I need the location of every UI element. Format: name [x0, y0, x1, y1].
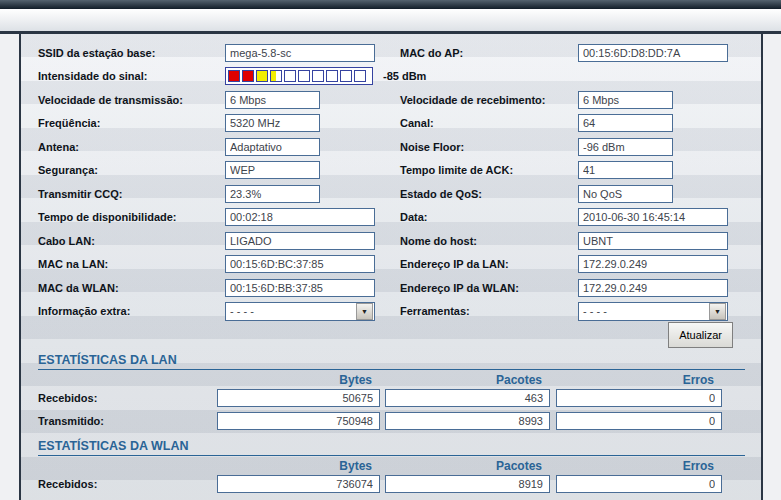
wlan-mac-field[interactable]	[225, 279, 375, 297]
label-uptime: Tempo de disponibilidade:	[21, 211, 225, 223]
qos-status-field[interactable]	[578, 185, 673, 203]
wlan-header-packets: Pacotes	[385, 459, 550, 473]
label-frequency: Freqüência:	[21, 117, 225, 129]
wlan-header-errors: Erros	[556, 459, 722, 473]
uptime-field[interactable]	[225, 208, 375, 226]
lan-received-row: Recebidos:	[21, 387, 761, 410]
base-ssid-field[interactable]	[225, 44, 375, 62]
label-tools: Ferramentas:	[400, 305, 578, 317]
signal-bar-full-yellow	[256, 70, 268, 82]
label-ack-timeout: Tempo limite de ACK:	[400, 164, 578, 176]
form-row-lancable-host: Cabo LAN: Nome do host:	[21, 229, 761, 253]
form-row-antenna-noise: Antena: Noise Floor:	[21, 135, 761, 159]
ap-mac-field[interactable]	[578, 44, 728, 62]
wlan-received-row: Recebidos:	[21, 473, 761, 496]
wlan-received-label: Recebidos:	[21, 478, 217, 490]
signal-dbm-value: -85 dBm	[383, 70, 426, 82]
label-extra-info: Informação extra:	[21, 305, 225, 317]
wlan-ip-field[interactable]	[578, 279, 728, 297]
lan-received-errors[interactable]	[556, 389, 722, 407]
label-wlan-mac: MAC da WLAN:	[21, 282, 225, 294]
label-channel: Canal:	[400, 117, 578, 129]
noise-floor-field[interactable]	[578, 138, 673, 156]
signal-bar-empty	[340, 70, 352, 82]
lan-transmitted-errors[interactable]	[556, 412, 722, 430]
label-qos-status: Estado de QoS:	[400, 188, 578, 200]
signal-bar-empty	[284, 70, 296, 82]
refresh-button[interactable]: Atualizar	[668, 322, 733, 348]
wlan-received-bytes[interactable]	[217, 475, 380, 493]
lan-header-packets: Pacotes	[385, 373, 550, 387]
status-panel: SSID da estação base: MAC do AP: Intensi…	[19, 34, 763, 500]
lan-transmitted-packets[interactable]	[385, 412, 550, 430]
label-rx-rate: Velocidade de recebimento:	[400, 94, 578, 106]
label-lan-mac: MAC na LAN:	[21, 258, 225, 270]
status-form: SSID da estação base: MAC do AP: Intensi…	[21, 34, 761, 347]
tx-ccq-field[interactable]	[225, 185, 320, 203]
frequency-field[interactable]	[225, 114, 320, 132]
signal-bar-empty	[354, 70, 366, 82]
wlan-stats-section: ESTATÍSTICAS DA WLAN Bytes Pacotes Erros…	[21, 439, 761, 496]
wlan-stats-headers: Bytes Pacotes Erros	[21, 459, 761, 473]
wlan-received-errors[interactable]	[556, 475, 722, 493]
channel-field[interactable]	[578, 114, 673, 132]
form-row-extra-tools: Informação extra: - - - - ▼ Ferramentas:…	[21, 300, 761, 324]
form-row-refresh: Atualizar	[21, 323, 761, 347]
label-ap-mac: MAC do AP:	[400, 47, 578, 59]
ack-timeout-field[interactable]	[578, 161, 673, 179]
lan-cable-field[interactable]	[225, 232, 375, 250]
form-row-wlanmac-wlanip: MAC da WLAN: Endereço IP da WLAN:	[21, 276, 761, 300]
date-field[interactable]	[578, 208, 728, 226]
lan-transmitted-label: Transmitido:	[21, 415, 217, 427]
form-row-freq-channel: Freqüência: Canal:	[21, 112, 761, 136]
lan-mac-field[interactable]	[225, 255, 375, 273]
wlan-header-bytes: Bytes	[217, 459, 380, 473]
label-date: Data:	[400, 211, 578, 223]
signal-bar-empty	[312, 70, 324, 82]
tools-dropdown-value: - - - -	[579, 305, 709, 317]
lan-header-errors: Erros	[556, 373, 722, 387]
chevron-down-icon[interactable]: ▼	[709, 303, 726, 320]
label-lan-ip: Endereço IP da LAN:	[400, 258, 578, 270]
chevron-down-icon[interactable]: ▼	[356, 303, 373, 320]
label-lan-cable: Cabo LAN:	[21, 235, 225, 247]
antenna-field[interactable]	[225, 138, 320, 156]
form-row-uptime-date: Tempo de disponibilidade: Data:	[21, 206, 761, 230]
security-field[interactable]	[225, 161, 320, 179]
signal-bar-empty	[326, 70, 338, 82]
tools-dropdown[interactable]: - - - - ▼	[578, 302, 728, 321]
hostname-field[interactable]	[578, 232, 728, 250]
lan-received-packets[interactable]	[385, 389, 550, 407]
lan-transmitted-bytes[interactable]	[217, 412, 380, 430]
form-row-signal: Intensidade do sinal: -85 dBm	[21, 65, 761, 89]
lan-transmitted-row: Transmitido:	[21, 410, 761, 433]
top-strip	[0, 9, 781, 31]
lan-received-label: Recebidos:	[21, 392, 217, 404]
label-hostname: Nome do host:	[400, 235, 578, 247]
signal-bar-full-red	[242, 70, 254, 82]
label-tx-ccq: Transmitir CCQ:	[21, 188, 225, 200]
wlan-received-packets[interactable]	[385, 475, 550, 493]
form-row-ccq-qos: Transmitir CCQ: Estado de QoS:	[21, 182, 761, 206]
wlan-stats-title: ESTATÍSTICAS DA WLAN	[38, 439, 745, 456]
lan-received-bytes[interactable]	[217, 389, 380, 407]
form-row-lanmac-lanip: MAC na LAN: Endereço IP da LAN:	[21, 253, 761, 277]
label-antenna: Antena:	[21, 141, 225, 153]
label-base-ssid: SSID da estação base:	[21, 47, 225, 59]
lan-stats-section: ESTATÍSTICAS DA LAN Bytes Pacotes Erros …	[21, 353, 761, 433]
top-navy-bar	[0, 0, 781, 9]
label-security: Segurança:	[21, 164, 225, 176]
label-wlan-ip: Endereço IP da WLAN:	[400, 282, 578, 294]
form-row-security-ack: Segurança: Tempo limite de ACK:	[21, 159, 761, 183]
extra-info-dropdown[interactable]: - - - - ▼	[225, 302, 375, 321]
rx-rate-field[interactable]	[578, 91, 673, 109]
form-row-tx-rx-rate: Velocidade de transmissão: Velocidade de…	[21, 88, 761, 112]
form-row-ssid-mac: SSID da estação base: MAC do AP:	[21, 41, 761, 65]
lan-header-bytes: Bytes	[217, 373, 380, 387]
lan-ip-field[interactable]	[578, 255, 728, 273]
label-tx-rate: Velocidade de transmissão:	[21, 94, 225, 106]
signal-meter	[225, 67, 373, 85]
tx-rate-field[interactable]	[225, 91, 320, 109]
label-signal-strength: Intensidade do sinal:	[21, 70, 225, 82]
lan-stats-title: ESTATÍSTICAS DA LAN	[38, 353, 745, 370]
